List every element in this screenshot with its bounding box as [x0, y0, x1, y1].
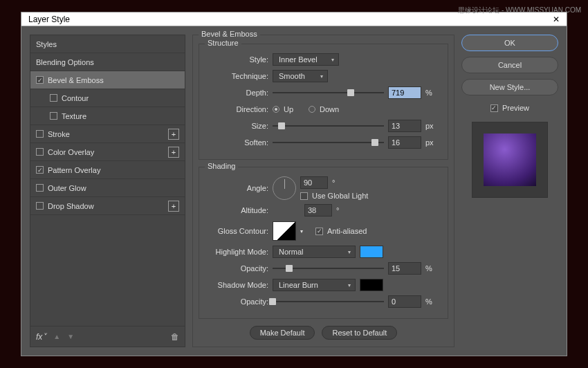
sidebar-item-blending-options[interactable]: Blending Options — [30, 53, 185, 71]
add-icon[interactable]: + — [168, 129, 179, 140]
ok-button[interactable]: OK — [461, 35, 558, 51]
add-icon[interactable]: + — [168, 147, 179, 158]
sidebar-item-outer-glow[interactable]: Outer Glow — [30, 179, 185, 197]
new-style-button[interactable]: New Style... — [461, 79, 558, 95]
close-icon[interactable]: ✕ — [553, 15, 560, 24]
shadow-mode-label: Shadow Mode: — [208, 281, 268, 289]
bevel-emboss-group: Bevel & Emboss Structure Style:Inner Bev… — [192, 35, 454, 347]
size-slider[interactable] — [273, 121, 384, 131]
checkbox-icon[interactable] — [50, 112, 57, 120]
shadow-opacity-label: Opacity: — [208, 297, 268, 306]
technique-select[interactable]: Smooth▾ — [273, 70, 328, 82]
highlight-opacity-slider[interactable] — [273, 264, 384, 273]
reset-default-button[interactable]: Reset to Default — [322, 326, 397, 340]
structure-title: Structure — [205, 39, 241, 47]
soften-label: Soften: — [208, 138, 268, 147]
checkbox-icon[interactable] — [490, 104, 498, 112]
shading-group: Shading Angle: ° Use Global Light Altitu… — [199, 167, 448, 319]
checkbox-icon[interactable] — [50, 94, 57, 102]
highlight-mode-label: Highlight Mode: — [208, 248, 268, 256]
gloss-contour-label: Gloss Contour: — [208, 227, 268, 235]
sidebar-item-pattern-overlay[interactable]: Pattern Overlay — [30, 161, 185, 179]
layer-style-dialog: Layer Style ✕ Styles Blending Options Be… — [21, 12, 567, 356]
checkbox-icon[interactable] — [36, 148, 44, 156]
chevron-down-icon[interactable]: ▾ — [300, 228, 303, 234]
shading-title: Shading — [205, 162, 238, 170]
altitude-label: Altitude: — [208, 206, 268, 214]
dialog-body: Styles Blending Options Bevel & Emboss C… — [21, 26, 567, 356]
altitude-input[interactable] — [304, 204, 332, 217]
cancel-button[interactable]: Cancel — [461, 57, 558, 73]
preview-toggle[interactable]: Preview — [461, 104, 558, 112]
shadow-color-swatch[interactable] — [360, 279, 383, 291]
angle-label: Angle: — [208, 184, 268, 192]
dialog-title: Layer Style — [28, 15, 70, 24]
shadow-opacity-slider[interactable] — [273, 297, 384, 306]
dialog-actions: OK Cancel New Style... Preview — [461, 35, 558, 347]
angle-input[interactable] — [300, 176, 328, 189]
soften-input[interactable] — [388, 136, 421, 149]
default-buttons: Make Default Reset to Default — [199, 326, 448, 340]
depth-label: Depth: — [208, 89, 268, 97]
watermark: 思缘设计论坛 - WWW.MISSYUAN.COM — [458, 6, 581, 15]
angle-control[interactable] — [273, 176, 296, 200]
preview-thumbnail — [484, 134, 536, 186]
direction-label: Direction: — [208, 105, 268, 113]
trash-icon[interactable]: 🗑 — [171, 332, 179, 342]
checkbox-icon[interactable] — [36, 166, 44, 174]
preview-area — [472, 122, 548, 198]
shadow-mode-select[interactable]: Linear Burn▾ — [273, 279, 356, 291]
chevron-down-icon: ▾ — [320, 73, 323, 80]
sidebar-item-drop-shadow[interactable]: Drop Shadow+ — [30, 197, 185, 215]
checkbox-icon[interactable] — [36, 130, 44, 138]
sidebar-item-bevel-emboss[interactable]: Bevel & Emboss — [30, 71, 185, 89]
sidebar-footer: fx˅ ▲ ▼ 🗑 — [30, 326, 185, 347]
size-input[interactable] — [388, 120, 421, 132]
size-label: Size: — [208, 122, 268, 130]
move-up-icon[interactable]: ▲ — [53, 333, 60, 340]
highlight-mode-select[interactable]: Normal▾ — [273, 246, 356, 258]
highlight-opacity-input[interactable] — [388, 262, 421, 275]
checkbox-icon[interactable] — [36, 184, 44, 192]
style-select[interactable]: Inner Bevel▾ — [273, 53, 339, 66]
sidebar-item-stroke[interactable]: Stroke+ — [30, 125, 185, 143]
move-down-icon[interactable]: ▼ — [67, 333, 74, 340]
structure-group: Structure Style:Inner Bevel▾ Technique:S… — [199, 44, 448, 160]
sidebar-item-texture[interactable]: Texture — [30, 107, 185, 125]
depth-slider[interactable] — [273, 88, 384, 98]
fx-icon[interactable]: fx˅ — [36, 332, 46, 342]
antialiased-checkbox[interactable] — [315, 228, 323, 235]
soften-slider[interactable] — [273, 138, 384, 147]
chevron-down-icon: ▾ — [348, 282, 351, 288]
direction-up-radio[interactable] — [273, 106, 279, 113]
settings-panel: Bevel & Emboss Structure Style:Inner Bev… — [192, 35, 454, 347]
effects-sidebar: Styles Blending Options Bevel & Emboss C… — [30, 35, 185, 347]
checkbox-icon[interactable] — [36, 202, 44, 210]
make-default-button[interactable]: Make Default — [250, 326, 315, 340]
direction-down-radio[interactable] — [309, 106, 315, 113]
add-icon[interactable]: + — [168, 201, 179, 212]
checkbox-icon[interactable] — [36, 76, 44, 84]
style-label: Style: — [208, 55, 268, 64]
chevron-down-icon: ▾ — [331, 57, 334, 63]
shadow-opacity-input[interactable] — [388, 295, 421, 308]
global-light-checkbox[interactable] — [300, 192, 308, 200]
sidebar-item-color-overlay[interactable]: Color Overlay+ — [30, 143, 185, 161]
panel-title: Bevel & Emboss — [199, 30, 260, 38]
sidebar-item-styles[interactable]: Styles — [30, 35, 185, 53]
highlight-opacity-label: Opacity: — [208, 264, 268, 273]
chevron-down-icon: ▾ — [348, 249, 351, 255]
sidebar-item-contour[interactable]: Contour — [30, 89, 185, 107]
depth-input[interactable] — [388, 86, 421, 99]
gloss-contour-picker[interactable] — [273, 221, 296, 241]
highlight-color-swatch[interactable] — [360, 246, 383, 258]
technique-label: Technique: — [208, 72, 268, 80]
